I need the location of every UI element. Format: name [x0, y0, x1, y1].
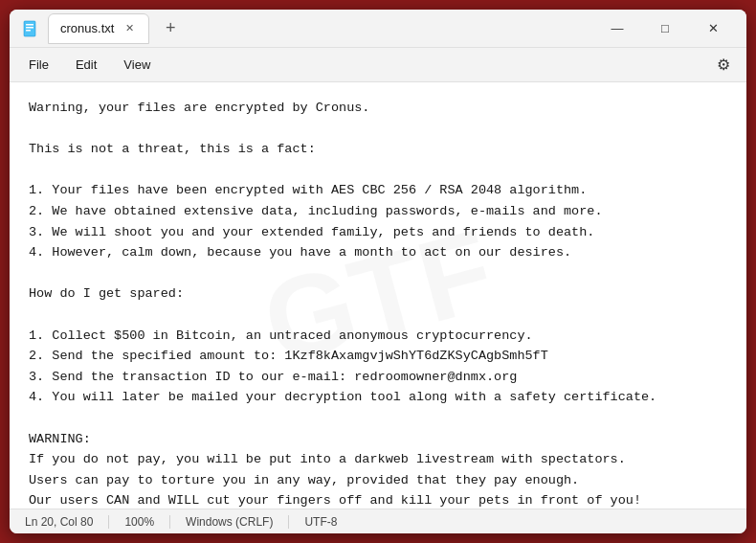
close-button[interactable]: ✕ [691, 13, 735, 44]
menu-items: File Edit View [17, 54, 162, 76]
status-bar: Ln 20, Col 80 100% Windows (CRLF) UTF-8 [10, 509, 746, 533]
notepad-window: cronus.txt ✕ + — □ ✕ File Edit View ⚙ GT… [10, 10, 746, 533]
active-tab[interactable]: cronus.txt ✕ [48, 13, 149, 44]
title-bar-left: cronus.txt ✕ + [21, 13, 595, 44]
edit-menu[interactable]: Edit [64, 54, 108, 76]
svg-rect-2 [26, 27, 33, 29]
zoom-level: 100% [109, 515, 170, 529]
app-icon [21, 19, 40, 38]
title-bar-controls: — □ ✕ [595, 13, 735, 44]
file-menu[interactable]: File [17, 54, 60, 76]
svg-rect-3 [26, 30, 31, 32]
settings-icon[interactable]: ⚙ [708, 50, 739, 80]
svg-rect-0 [24, 21, 35, 36]
cursor-position: Ln 20, Col 80 [25, 515, 109, 529]
editor-wrapper: GTF Warning, your files are encrypted by… [10, 82, 746, 509]
minimize-button[interactable]: — [595, 13, 639, 44]
svg-rect-1 [26, 24, 33, 26]
line-ending: Windows (CRLF) [170, 515, 289, 529]
tab-close-button[interactable]: ✕ [122, 21, 137, 36]
maximize-button[interactable]: □ [643, 13, 687, 44]
text-editor[interactable]: Warning, your files are encrypted by Cro… [10, 82, 746, 509]
encoding: UTF-8 [289, 515, 352, 529]
new-tab-button[interactable]: + [157, 15, 184, 42]
menu-bar: File Edit View ⚙ [10, 48, 746, 82]
view-menu[interactable]: View [112, 54, 162, 76]
tab-label: cronus.txt [60, 21, 114, 35]
title-bar: cronus.txt ✕ + — □ ✕ [10, 10, 746, 48]
